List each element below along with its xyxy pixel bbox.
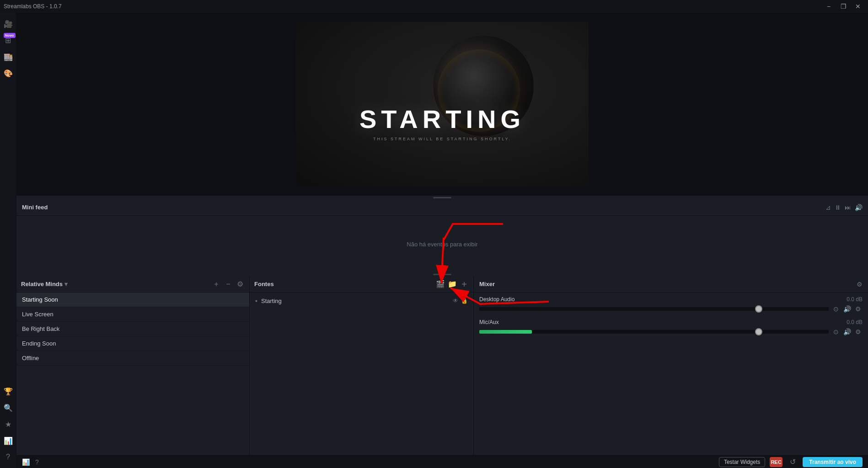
- status-left: 📊 ?: [22, 458, 39, 466]
- sources-title: Fontes: [254, 281, 274, 287]
- preview-canvas-inner: STARTING THIS STREAM WILL BE STARTING SH…: [296, 22, 589, 186]
- mixer-channel-mic: Mic/Aux 0.0 dB ⊙ 🔊 ⚙: [479, 319, 863, 336]
- close-button[interactable]: ✕: [852, 2, 864, 11]
- drag-handle-bar: [433, 197, 451, 198]
- sources-controls: 🎬 📁 +: [436, 280, 469, 289]
- mini-feed-panel: Mini feed ⊿ ⏸ ⏭ 🔊 Não há eventos para ex…: [16, 199, 868, 272]
- mic-aux-label: Mic/Aux: [479, 319, 499, 325]
- desktop-audio-knob[interactable]: [755, 305, 762, 313]
- sidebar-item-store[interactable]: 🏬: [1, 49, 16, 64]
- scenes-settings-button[interactable]: ⚙: [236, 280, 245, 289]
- bottom-resize-handle[interactable]: [16, 272, 868, 276]
- preview-subtitle: THIS STREAM WILL BE STARTING SHORTLY.: [373, 137, 511, 141]
- mini-feed-header: Mini feed ⊿ ⏸ ⏭ 🔊: [16, 199, 868, 216]
- trophy-icon: 🏆: [4, 387, 13, 396]
- scene-item-live-screen[interactable]: Live Screen: [16, 307, 249, 322]
- skip-feed-icon[interactable]: ⏭: [845, 204, 851, 211]
- mixer-header: Mixer ⚙: [474, 276, 868, 292]
- mini-feed-title: Mini feed: [22, 204, 48, 211]
- help-status-icon[interactable]: ?: [35, 458, 39, 466]
- mic-aux-icons: ⊙ 🔊 ⚙: [831, 327, 863, 336]
- pause-feed-icon[interactable]: ⏸: [835, 204, 841, 211]
- scenes-remove-button[interactable]: −: [224, 280, 233, 289]
- source-item-controls: 👁 🔒: [453, 298, 468, 304]
- bottom-drag-bar: [433, 274, 451, 275]
- mic-aux-speaker-icon[interactable]: 🔊: [842, 327, 852, 336]
- mixer-channel-desktop-header: Desktop Audio 0.0 dB: [479, 296, 863, 303]
- mic-aux-knob[interactable]: [755, 328, 762, 335]
- sidebar-item-search[interactable]: 🔍: [1, 400, 16, 415]
- sources-panel: Fontes 🎬 📁 + ▪ Starting 👁 🔒: [250, 276, 474, 455]
- rec-button[interactable]: REC: [770, 457, 782, 467]
- filter-icon[interactable]: ⊿: [825, 204, 831, 211]
- sources-folder-icon[interactable]: 📁: [448, 280, 457, 289]
- stats-icon[interactable]: 📊: [22, 458, 30, 466]
- titlebar: Streamlabs OBS - 1.0.7 − ❐ ✕: [0, 0, 868, 13]
- mixer-settings-icon[interactable]: ⚙: [857, 281, 863, 288]
- preview-resize-handle[interactable]: [16, 196, 868, 199]
- sidebar-item-star[interactable]: ★: [1, 417, 16, 431]
- scenes-name: Relative Minds: [21, 281, 63, 287]
- mixer-body: Desktop Audio 0.0 dB ⊙ 🔊 ⚙: [474, 292, 868, 455]
- window-controls: − ❐ ✕: [822, 2, 864, 11]
- scenes-controls: + − ⚙: [212, 280, 245, 289]
- sources-add-button[interactable]: +: [460, 280, 469, 289]
- sidebar-item-themes[interactable]: 🎨: [1, 66, 16, 80]
- themes-icon: 🎨: [4, 69, 13, 78]
- scene-item-ending-soon[interactable]: Ending Soon: [16, 336, 249, 351]
- mic-aux-settings-icon[interactable]: ⚙: [853, 327, 863, 336]
- preview-starting-text: STARTING: [359, 104, 525, 134]
- desktop-audio-slider-row: ⊙ 🔊 ⚙: [479, 304, 863, 314]
- scenes-title: Relative Minds ▾: [21, 281, 68, 287]
- sidebar-item-trophy[interactable]: 🏆: [1, 384, 16, 399]
- sources-list: ▪ Starting 👁 🔒: [250, 292, 473, 455]
- app-title: Streamlabs OBS - 1.0.7: [4, 3, 62, 10]
- star-icon: ★: [5, 420, 11, 429]
- sources-add-scene-icon[interactable]: 🎬: [436, 280, 445, 289]
- source-item-starting[interactable]: ▪ Starting 👁 🔒: [250, 294, 473, 307]
- mini-feed-controls: ⊿ ⏸ ⏭ 🔊: [825, 204, 863, 211]
- mixer-panel: Mixer ⚙ Desktop Audio 0.0 dB: [474, 276, 868, 455]
- volume-feed-icon[interactable]: 🔊: [855, 204, 863, 211]
- sidebar-item-help[interactable]: ?: [1, 450, 16, 464]
- chart-icon: 📊: [4, 436, 13, 445]
- source-lock-icon[interactable]: 🔒: [461, 298, 468, 304]
- mixer-title: Mixer: [479, 281, 495, 287]
- mixer-channel-mic-header: Mic/Aux 0.0 dB: [479, 319, 863, 325]
- refresh-button[interactable]: ↺: [787, 457, 798, 467]
- desktop-audio-label: Desktop Audio: [479, 296, 514, 303]
- preview-area: STARTING THIS STREAM WILL BE STARTING SH…: [16, 13, 868, 196]
- scene-item-starting-soon[interactable]: Starting Soon: [16, 292, 249, 307]
- mini-feed-body: Não há eventos para exibir: [16, 216, 868, 272]
- source-item-label: Starting: [261, 298, 282, 304]
- scenes-header: Relative Minds ▾ + − ⚙: [16, 276, 249, 292]
- source-type-icon: ▪: [255, 297, 257, 304]
- desktop-audio-knob-icon[interactable]: ⊙: [831, 304, 841, 314]
- sidebar-item-scenes[interactable]: 🎥: [1, 16, 16, 31]
- mini-feed-empty-message: Não há eventos para exibir: [407, 241, 477, 248]
- mixer-channel-desktop: Desktop Audio 0.0 dB ⊙ 🔊 ⚙: [479, 296, 863, 314]
- minimize-button[interactable]: −: [822, 2, 835, 11]
- restore-button[interactable]: ❐: [837, 2, 850, 11]
- scene-item-offline[interactable]: Offline: [16, 351, 249, 366]
- testar-widgets-button[interactable]: Testar Widgets: [719, 457, 765, 467]
- desktop-audio-settings-icon[interactable]: ⚙: [853, 304, 863, 314]
- scenes-add-button[interactable]: +: [212, 280, 221, 289]
- transmitir-button[interactable]: Transmitir ao vivo: [803, 457, 863, 467]
- status-bar: 📊 ? Testar Widgets REC ↺ Transmitir ao v…: [16, 455, 868, 468]
- desktop-audio-db: 0.0 dB: [847, 296, 863, 303]
- mic-aux-level-bar: [479, 330, 829, 334]
- preview-canvas: STARTING THIS STREAM WILL BE STARTING SH…: [296, 22, 589, 186]
- desktop-audio-icons: ⊙ 🔊 ⚙: [831, 304, 863, 314]
- app-container: 🎥 ⊞ Novo 🏬 🎨 🏆 🔍 ★ 📊 ?: [0, 13, 868, 468]
- status-right: Testar Widgets REC ↺ Transmitir ao vivo: [719, 457, 863, 467]
- sidebar-item-new[interactable]: ⊞ Novo: [1, 33, 16, 48]
- mic-aux-slider-row: ⊙ 🔊 ⚙: [479, 327, 863, 336]
- scenes-dropdown-arrow[interactable]: ▾: [64, 281, 68, 287]
- scene-item-be-right-back[interactable]: Be Right Back: [16, 322, 249, 336]
- mic-aux-knob-icon[interactable]: ⊙: [831, 327, 841, 336]
- question-icon: ?: [6, 453, 10, 461]
- sidebar-item-chart[interactable]: 📊: [1, 433, 16, 448]
- desktop-audio-speaker-icon[interactable]: 🔊: [842, 304, 852, 314]
- source-eye-icon[interactable]: 👁: [453, 298, 458, 304]
